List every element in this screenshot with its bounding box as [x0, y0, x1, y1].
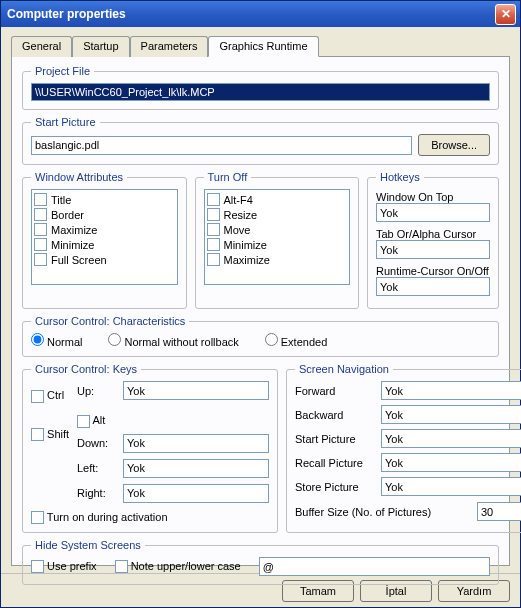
cursor-characteristics-legend: Cursor Control: Characteristics — [31, 315, 189, 327]
hotkeys-legend: Hotkeys — [376, 171, 424, 183]
checkbox-icon[interactable] — [207, 223, 220, 236]
recall-label: Recall Picture — [295, 457, 375, 469]
start-picture-input[interactable] — [31, 136, 412, 155]
checkbox-icon[interactable] — [34, 193, 47, 206]
screen-navigation-legend: Screen Navigation — [295, 363, 393, 375]
radio-normal-without[interactable]: Normal without rollback — [108, 333, 238, 348]
note-case-checkbox[interactable]: Note upper/lower case — [115, 560, 241, 574]
runtime-cursor-label: Runtime-Cursor On/Off — [376, 265, 490, 277]
window-on-top-label: Window On Top — [376, 191, 490, 203]
cursor-characteristics-group: Cursor Control: Characteristics Normal N… — [22, 315, 499, 357]
store-label: Store Picture — [295, 481, 375, 493]
list-item[interactable]: Maximize — [34, 222, 175, 237]
down-input[interactable] — [123, 434, 269, 453]
tab-alpha-label: Tab Or/Alpha Cursor — [376, 228, 490, 240]
hide-system-legend: Hide System Screens — [31, 539, 145, 551]
turn-off-group: Turn Off Alt-F4 Resize Move Minimize Max… — [195, 171, 360, 309]
list-item[interactable]: Resize — [207, 207, 348, 222]
tab-general[interactable]: General — [11, 36, 72, 57]
right-input[interactable] — [123, 484, 269, 503]
checkbox-icon[interactable] — [34, 238, 47, 251]
forward-label: Forward — [295, 385, 375, 397]
list-item[interactable]: Border — [34, 207, 175, 222]
list-item[interactable]: Minimize — [207, 237, 348, 252]
startpic-input[interactable] — [381, 429, 521, 448]
left-label: Left: — [77, 462, 117, 474]
list-item[interactable]: Minimize — [34, 237, 175, 252]
checkbox-icon[interactable] — [31, 390, 44, 403]
checkbox-icon[interactable] — [77, 415, 90, 428]
titlebar[interactable]: Computer properties ✕ — [1, 1, 520, 27]
project-file-input[interactable] — [31, 83, 490, 101]
recall-input[interactable] — [381, 453, 521, 472]
checkbox-icon[interactable] — [34, 253, 47, 266]
buffer-label: Buffer Size (No. of Pictures) — [295, 506, 471, 518]
checkbox-icon[interactable] — [34, 223, 47, 236]
close-icon: ✕ — [501, 7, 511, 21]
checkbox-icon[interactable] — [207, 253, 220, 266]
right-label: Right: — [77, 487, 117, 499]
down-label: Down: — [77, 437, 117, 449]
alt-checkbox[interactable]: Alt — [77, 414, 117, 428]
list-item[interactable]: Maximize — [207, 252, 348, 267]
hotkeys-group: Hotkeys Window On Top Tab Or/Alpha Curso… — [367, 171, 499, 309]
hide-system-screens-group: Hide System Screens Use prefix Note uppe… — [22, 539, 499, 585]
cursor-keys-legend: Cursor Control: Keys — [31, 363, 141, 375]
checkbox-icon[interactable] — [34, 208, 47, 221]
window-attributes-group: Window Attributes Title Border Maximize … — [22, 171, 187, 309]
backward-input[interactable] — [381, 405, 521, 424]
checkbox-icon[interactable] — [31, 511, 44, 524]
window-attributes-list[interactable]: Title Border Maximize Minimize Full Scre… — [31, 189, 178, 285]
radio-normal[interactable]: Normal — [31, 333, 82, 348]
list-item[interactable]: Move — [207, 222, 348, 237]
list-item[interactable]: Alt-F4 — [207, 192, 348, 207]
tab-parameters[interactable]: Parameters — [130, 36, 209, 57]
turn-on-checkbox[interactable]: Turn on during activation — [31, 511, 168, 523]
buffer-input[interactable] — [477, 502, 521, 521]
project-file-group: Project File — [22, 65, 499, 110]
backward-label: Backward — [295, 409, 375, 421]
up-label: Up: — [77, 385, 117, 397]
left-input[interactable] — [123, 459, 269, 478]
prefix-input[interactable] — [259, 557, 490, 576]
screen-navigation-group: Screen Navigation Forward Backward Start… — [286, 363, 521, 533]
list-item[interactable]: Title — [34, 192, 175, 207]
turn-off-list[interactable]: Alt-F4 Resize Move Minimize Maximize — [204, 189, 351, 285]
checkbox-icon[interactable] — [31, 428, 44, 441]
radio-extended[interactable]: Extended — [265, 333, 327, 348]
window-on-top-input[interactable] — [376, 203, 490, 222]
startpic-label: Start Picture — [295, 433, 375, 445]
up-input[interactable] — [123, 381, 269, 400]
cursor-keys-group: Cursor Control: Keys Ctrl Up: Down: Alt … — [22, 363, 278, 533]
tab-panel: Project File Start Picture Browse... Win… — [11, 56, 510, 566]
ctrl-checkbox[interactable]: Ctrl — [31, 389, 71, 403]
window-title: Computer properties — [7, 7, 495, 21]
checkbox-icon[interactable] — [207, 193, 220, 206]
window-attributes-legend: Window Attributes — [31, 171, 127, 183]
window: Computer properties ✕ General Startup Pa… — [0, 0, 521, 608]
checkbox-icon[interactable] — [31, 560, 44, 573]
shift-checkbox[interactable]: Shift — [31, 428, 71, 442]
tab-graphics-runtime[interactable]: Graphics Runtime — [208, 36, 318, 57]
checkbox-icon[interactable] — [207, 238, 220, 251]
browse-button[interactable]: Browse... — [418, 134, 490, 156]
project-file-legend: Project File — [31, 65, 94, 77]
tab-strip: General Startup Parameters Graphics Runt… — [11, 36, 510, 57]
checkbox-icon[interactable] — [115, 560, 128, 573]
tab-startup[interactable]: Startup — [72, 36, 129, 57]
close-button[interactable]: ✕ — [495, 4, 516, 25]
store-input[interactable] — [381, 477, 521, 496]
list-item[interactable]: Full Screen — [34, 252, 175, 267]
start-picture-legend: Start Picture — [31, 116, 100, 128]
client-area: General Startup Parameters Graphics Runt… — [1, 27, 520, 573]
start-picture-group: Start Picture Browse... — [22, 116, 499, 165]
use-prefix-checkbox[interactable]: Use prefix — [31, 560, 97, 574]
turn-off-legend: Turn Off — [204, 171, 252, 183]
checkbox-icon[interactable] — [207, 208, 220, 221]
runtime-cursor-input[interactable] — [376, 277, 490, 296]
forward-input[interactable] — [381, 381, 521, 400]
tab-alpha-input[interactable] — [376, 240, 490, 259]
